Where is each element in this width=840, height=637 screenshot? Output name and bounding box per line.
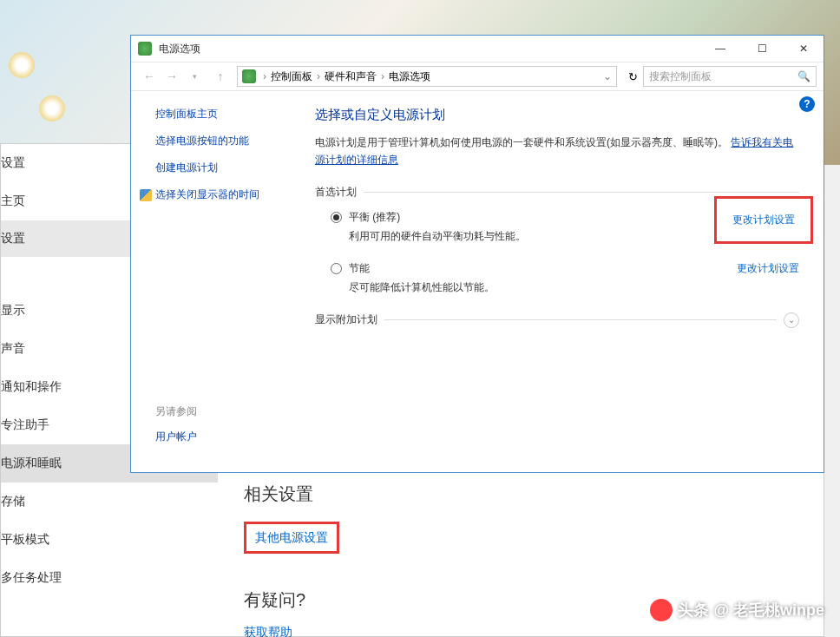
control-panel-window: 电源选项 — ☐ ✕ ← → ▾ ↑ › 控制面板 › 硬件和声音 › 电源选项… xyxy=(130,35,824,473)
plan-row: 节能 尽可能降低计算机性能以节能。 更改计划设置 xyxy=(315,261,799,295)
chevron-right-icon: › xyxy=(314,70,323,82)
forward-button[interactable]: → xyxy=(161,66,183,87)
sidebar-item[interactable]: 多任务处理 xyxy=(1,559,218,597)
titlebar: 电源选项 — ☐ ✕ xyxy=(131,36,824,62)
user-accounts-link[interactable]: 用户帐户 xyxy=(155,430,197,444)
sidebar-link[interactable]: 选择关闭显示器的时间 xyxy=(140,187,305,202)
main-content: ? 选择或自定义电源计划 电源计划是用于管理计算机如何使用电源的一套硬件和系统设… xyxy=(305,91,824,472)
change-plan-settings-link[interactable]: 更改计划设置 xyxy=(732,213,795,226)
maximize-button[interactable]: ☐ xyxy=(749,43,775,55)
search-placeholder: 搜索控制面板 xyxy=(649,69,712,84)
shield-icon xyxy=(140,189,152,201)
plan-description: 利用可用的硬件自动平衡功耗与性能。 xyxy=(349,229,714,244)
show-additional-plans[interactable]: 显示附加计划 ⌄ xyxy=(315,312,799,328)
help-icon[interactable]: ? xyxy=(799,96,815,112)
sidebar-item[interactable]: 平板模式 xyxy=(1,521,218,559)
decoration xyxy=(39,95,65,121)
plan-name: 节能 xyxy=(349,261,737,276)
chevron-down-icon[interactable]: ⌄ xyxy=(603,70,612,82)
watermark: 头条 @ 老毛桃winpe xyxy=(650,599,824,621)
plan-description: 尽可能降低计算机性能以节能。 xyxy=(349,280,737,295)
search-icon: 🔍 xyxy=(797,70,810,82)
refresh-button[interactable]: ↻ xyxy=(622,70,643,83)
window-title: 电源选项 xyxy=(159,42,707,56)
sidebar: 控制面板主页 选择电源按钮的功能 创建电源计划 选择关闭显示器的时间 另请参阅 … xyxy=(131,91,305,472)
control-panel-home-link[interactable]: 控制面板主页 xyxy=(155,107,305,121)
chevron-right-icon: › xyxy=(378,70,387,82)
dropdown-history[interactable]: ▾ xyxy=(183,66,206,87)
breadcrumb[interactable]: › 控制面板 › 硬件和声音 › 电源选项 ⌄ xyxy=(237,66,617,87)
watermark-logo xyxy=(650,599,673,621)
breadcrumb-item[interactable]: 硬件和声音 xyxy=(325,69,377,84)
navbar: ← → ▾ ↑ › 控制面板 › 硬件和声音 › 电源选项 ⌄ ↻ 搜索控制面板… xyxy=(131,62,824,91)
close-button[interactable]: ✕ xyxy=(791,43,817,55)
chevron-right-icon: › xyxy=(260,70,269,82)
breadcrumb-item[interactable]: 控制面板 xyxy=(271,69,312,84)
radio-balanced[interactable] xyxy=(331,212,342,223)
power-icon xyxy=(242,69,256,83)
change-plan-settings-link[interactable]: 更改计划设置 xyxy=(737,261,799,295)
search-input[interactable]: 搜索控制面板 🔍 xyxy=(643,66,817,87)
see-also-section: 另请参阅 用户帐户 xyxy=(155,404,197,456)
back-button[interactable]: ← xyxy=(138,66,161,87)
highlight-box: 其他电源设置 xyxy=(244,522,339,554)
related-heading: 相关设置 xyxy=(244,483,765,506)
other-power-settings-link[interactable]: 其他电源设置 xyxy=(255,530,328,544)
get-help-link[interactable]: 获取帮助 xyxy=(244,625,765,637)
page-description: 电源计划是用于管理计算机如何使用电源的一套硬件和系统设置(如显示器亮度、睡眠等)… xyxy=(315,134,799,169)
minimize-button[interactable]: — xyxy=(707,43,733,55)
power-icon xyxy=(138,42,152,56)
sidebar-item[interactable]: 存储 xyxy=(1,483,218,521)
see-also-label: 另请参阅 xyxy=(155,404,197,419)
highlight-box: 更改计划设置 xyxy=(714,196,813,244)
decoration xyxy=(9,52,35,78)
up-button[interactable]: ↑ xyxy=(209,66,232,87)
radio-power-saver[interactable] xyxy=(331,263,342,274)
chevron-down-icon[interactable]: ⌄ xyxy=(784,312,799,328)
sidebar-link[interactable]: 选择电源按钮的功能 xyxy=(155,134,305,148)
sidebar-link[interactable]: 创建电源计划 xyxy=(155,161,305,175)
sidebar-link-label: 选择关闭显示器的时间 xyxy=(155,187,259,202)
plan-name: 平衡 (推荐) xyxy=(349,210,714,225)
breadcrumb-item[interactable]: 电源选项 xyxy=(389,69,430,84)
page-heading: 选择或自定义电源计划 xyxy=(315,107,799,123)
plan-row: 平衡 (推荐) 利用可用的硬件自动平衡功耗与性能。 更改计划设置 xyxy=(315,210,799,244)
